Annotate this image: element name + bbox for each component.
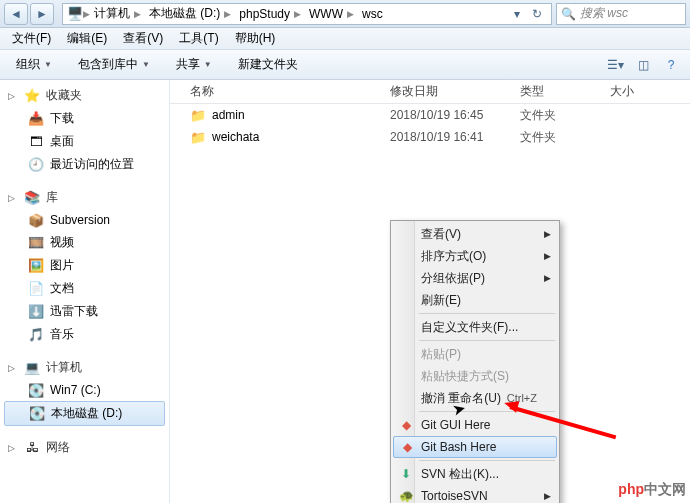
dropdown-icon[interactable]: ▾: [507, 7, 527, 21]
sidebar-item-downloads[interactable]: 📥下载: [0, 107, 169, 130]
library-icon: 📚: [24, 190, 40, 206]
ctx-svn-checkout[interactable]: ⬇SVN 检出(K)...: [393, 463, 557, 485]
column-headers: 名称 修改日期 类型 大小: [170, 80, 690, 104]
menubar: 文件(F) 编辑(E) 查看(V) 工具(T) 帮助(H): [0, 28, 690, 50]
chevron-right-icon: ▶: [83, 9, 90, 19]
ctx-git-gui[interactable]: ◆Git GUI Here: [393, 414, 557, 436]
organize-button[interactable]: 组织▼: [8, 53, 60, 76]
file-list[interactable]: 名称 修改日期 类型 大小 📁admin 2018/10/19 16:45 文件…: [170, 80, 690, 503]
music-icon: 🎵: [28, 327, 44, 343]
ctx-git-bash[interactable]: ◆Git Bash Here: [393, 436, 557, 458]
menu-file[interactable]: 文件(F): [4, 28, 59, 49]
ctx-view[interactable]: 查看(V)▶: [393, 223, 557, 245]
navigation-pane: ▷⭐收藏夹 📥下载 🗔桌面 🕘最近访问的位置 ▷📚库 📦Subversion 🎞…: [0, 80, 170, 503]
search-icon: 🔍: [561, 7, 576, 21]
breadcrumb[interactable]: WWW▶: [305, 7, 358, 21]
ctx-refresh[interactable]: 刷新(E): [393, 289, 557, 311]
main-area: ▷⭐收藏夹 📥下载 🗔桌面 🕘最近访问的位置 ▷📚库 📦Subversion 🎞…: [0, 80, 690, 503]
video-icon: 🎞️: [28, 235, 44, 251]
menu-edit[interactable]: 编辑(E): [59, 28, 115, 49]
new-folder-button[interactable]: 新建文件夹: [230, 53, 306, 76]
sidebar-item-xunlei[interactable]: ⬇️迅雷下载: [0, 300, 169, 323]
sidebar-item-pictures[interactable]: 🖼️图片: [0, 254, 169, 277]
git-icon: ◆: [399, 440, 415, 454]
menu-tools[interactable]: 工具(T): [171, 28, 226, 49]
drive-icon: 💽: [28, 382, 44, 398]
download-icon: 📥: [28, 111, 44, 127]
include-library-button[interactable]: 包含到库中▼: [70, 53, 158, 76]
sidebar-item-documents[interactable]: 📄文档: [0, 277, 169, 300]
menu-view[interactable]: 查看(V): [115, 28, 171, 49]
sidebar-item-subversion[interactable]: 📦Subversion: [0, 209, 169, 231]
document-icon: 📄: [28, 281, 44, 297]
ctx-sort[interactable]: 排序方式(O)▶: [393, 245, 557, 267]
ctx-group[interactable]: 分组依据(P)▶: [393, 267, 557, 289]
column-date[interactable]: 修改日期: [390, 83, 520, 100]
forward-button[interactable]: ►: [30, 3, 54, 25]
sidebar-favorites[interactable]: ▷⭐收藏夹: [0, 84, 169, 107]
ctx-paste: 粘贴(P): [393, 343, 557, 365]
column-type[interactable]: 类型: [520, 83, 610, 100]
sidebar-item-music[interactable]: 🎵音乐: [0, 323, 169, 346]
sidebar-item-drive-c[interactable]: 💽Win7 (C:): [0, 379, 169, 401]
sidebar-item-recent[interactable]: 🕘最近访问的位置: [0, 153, 169, 176]
ctx-tortoisesvn[interactable]: 🐢TortoiseSVN▶: [393, 485, 557, 503]
breadcrumb[interactable]: 计算机▶: [90, 5, 145, 22]
computer-icon: 🖥️: [67, 6, 83, 22]
sidebar-network[interactable]: ▷🖧网络: [0, 436, 169, 459]
star-icon: ⭐: [24, 88, 40, 104]
svn-icon: 📦: [28, 212, 44, 228]
computer-icon: 💻: [24, 360, 40, 376]
file-type: 文件夹: [520, 129, 610, 146]
sidebar-libraries[interactable]: ▷📚库: [0, 186, 169, 209]
back-button[interactable]: ◄: [4, 3, 28, 25]
titlebar: ◄ ► 🖥️ ▶ 计算机▶ 本地磁盘 (D:)▶ phpStudy▶ WWW▶ …: [0, 0, 690, 28]
file-date: 2018/10/19 16:41: [390, 130, 520, 144]
file-type: 文件夹: [520, 107, 610, 124]
sidebar-computer[interactable]: ▷💻计算机: [0, 356, 169, 379]
picture-icon: 🖼️: [28, 258, 44, 274]
recent-icon: 🕘: [28, 157, 44, 173]
breadcrumb[interactable]: wsc: [358, 7, 387, 21]
drive-icon: 💽: [29, 406, 45, 422]
desktop-icon: 🗔: [28, 134, 44, 150]
ctx-paste-shortcut: 粘贴快捷方式(S): [393, 365, 557, 387]
svn-icon: ⬇: [398, 467, 414, 481]
ctx-undo[interactable]: 撤消 重命名(U)Ctrl+Z: [393, 387, 557, 409]
tortoise-icon: 🐢: [398, 489, 414, 503]
address-bar[interactable]: 🖥️ ▶ 计算机▶ 本地磁盘 (D:)▶ phpStudy▶ WWW▶ wsc …: [62, 3, 552, 25]
search-placeholder: 搜索 wsc: [580, 5, 628, 22]
git-icon: ◆: [398, 418, 414, 432]
context-menu: 查看(V)▶ 排序方式(O)▶ 分组依据(P)▶ 刷新(E) 自定义文件夹(F)…: [390, 220, 560, 503]
file-date: 2018/10/19 16:45: [390, 108, 520, 122]
column-size[interactable]: 大小: [610, 83, 670, 100]
preview-pane-button[interactable]: ◫: [632, 58, 654, 72]
list-item[interactable]: 📁admin 2018/10/19 16:45 文件夹: [170, 104, 690, 126]
watermark: php中文网: [618, 481, 686, 499]
view-mode-button[interactable]: ☰▾: [604, 58, 626, 72]
menu-help[interactable]: 帮助(H): [227, 28, 284, 49]
folder-icon: 📁: [190, 129, 206, 145]
folder-icon: 📁: [190, 107, 206, 123]
search-input[interactable]: 🔍 搜索 wsc: [556, 3, 686, 25]
network-icon: 🖧: [24, 440, 40, 456]
list-item[interactable]: 📁weichata 2018/10/19 16:41 文件夹: [170, 126, 690, 148]
sidebar-item-desktop[interactable]: 🗔桌面: [0, 130, 169, 153]
column-name[interactable]: 名称: [190, 83, 390, 100]
sidebar-item-drive-d[interactable]: 💽本地磁盘 (D:): [4, 401, 165, 426]
refresh-icon[interactable]: ↻: [527, 7, 547, 21]
sidebar-item-videos[interactable]: 🎞️视频: [0, 231, 169, 254]
breadcrumb[interactable]: 本地磁盘 (D:)▶: [145, 5, 235, 22]
ctx-customize[interactable]: 自定义文件夹(F)...: [393, 316, 557, 338]
share-button[interactable]: 共享▼: [168, 53, 220, 76]
breadcrumb[interactable]: phpStudy▶: [235, 7, 305, 21]
toolbar: 组织▼ 包含到库中▼ 共享▼ 新建文件夹 ☰▾ ◫ ?: [0, 50, 690, 80]
xunlei-icon: ⬇️: [28, 304, 44, 320]
nav-buttons: ◄ ►: [4, 3, 54, 25]
help-button[interactable]: ?: [660, 58, 682, 72]
